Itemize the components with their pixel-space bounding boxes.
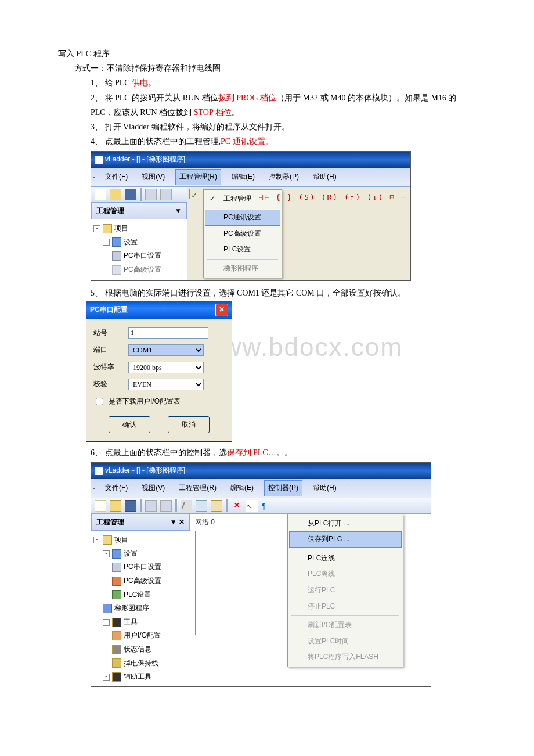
redo-icon[interactable] [160,189,172,200]
save-icon[interactable] [125,500,136,512]
aux-icon [112,672,121,682]
ok-button[interactable]: 确认 [109,416,150,434]
project-panel-header: 工程管理 ▼ [91,203,187,220]
menu-controller-2[interactable]: 控制器(P) [264,480,302,496]
tree-retain[interactable]: 掉电保持线 [112,657,187,671]
retain-icon [112,658,121,668]
tree-pc-advanced-2[interactable]: PC高级设置 [112,574,187,588]
tree-label: PLC设置 [124,589,151,602]
tree-tools[interactable]: -工具 [103,615,187,629]
window-control-icon[interactable] [93,177,95,178]
tree-project[interactable]: -项目 [93,222,185,236]
menu-edit[interactable]: 编辑(E) [228,170,258,185]
save-icon[interactable] [125,189,136,200]
menu-view[interactable]: 视图(V) [138,170,168,185]
menu-item-open-from-plc[interactable]: 从PLC打开 ... [289,516,402,532]
window-title: vLadder - [] - [梯形图程序] [105,153,185,166]
menu-file[interactable]: 文件(F) [102,170,131,185]
step-3: 3、 打开 Vladder 编程软件，将编好的程序从文件打开。 [91,120,476,134]
menu-item-ladder-prog[interactable]: 梯形图程序 [205,261,280,277]
menu-help-2[interactable]: 帮助(H) [309,481,340,496]
menu-item-plc-settings[interactable]: PLC设置 [205,242,280,258]
panel-title-2: 工程管理 [96,516,124,529]
cancel-button[interactable]: 取消 [168,416,210,434]
open-icon[interactable] [110,500,121,512]
insert-icon[interactable]: ¶ [261,500,273,512]
download-io-checkbox[interactable] [96,398,103,405]
menu-project[interactable]: 工程管理(R) [175,169,221,185]
baud-select[interactable]: 19200 bps [128,362,204,373]
window-titlebar-2: vLadder - [] - [梯形图程序] [91,463,431,479]
step4-b: PC 通讯设置 [221,137,265,146]
copy-icon[interactable] [196,500,207,512]
menu-item-set-time: 设置PLC时间 [289,633,402,650]
project-tree-2: -项目 -设置 PC串口设置 PC高级设置 PLC设置 梯形图程序 -工具 用户… [91,531,190,686]
label-station: 站号 [93,327,128,340]
watermark: www.bdocx.com [203,324,403,370]
tree-ladder[interactable]: 梯形图程序 [103,602,187,615]
tree-plc-settings[interactable]: PLC设置 [112,588,187,602]
separator [140,188,142,201]
menu-view-2[interactable]: 视图(V) [138,481,168,496]
new-icon[interactable] [95,500,106,512]
window-control-icon[interactable] [93,488,95,489]
port-select[interactable]: COM1 [128,344,204,356]
step-2: 2、 将 PLC 的拨码开关从 RUN 档位拨到 PROG 档位（用于 M32 … [91,91,476,120]
delete-icon[interactable]: ✕ [231,500,243,512]
app-icon [95,156,103,164]
expand-icon[interactable]: - [103,674,110,681]
tree-settings-2[interactable]: -设置 [103,547,187,561]
expand-icon[interactable]: - [93,537,100,543]
menu-item-save-to-plc[interactable]: 保存到PLC ... [289,531,402,548]
toolbar [91,187,187,203]
menu-item-pc-advanced[interactable]: PC高级设置 [205,226,280,242]
menu-file-2[interactable]: 文件(F) [102,481,131,496]
new-icon[interactable] [95,189,106,200]
label-parity: 校验 [93,378,128,391]
paste-icon[interactable] [211,500,222,512]
expand-icon[interactable]: - [103,619,110,626]
gear-icon [112,265,121,275]
tree-pc-serial[interactable]: PC串口设置 [112,249,185,263]
tree-project-2[interactable]: -项目 [93,533,187,547]
step-6: 6、 点最上面的状态栏中的控制器，选保存到 PLC…。。 [91,445,476,460]
tree-user-io[interactable]: 用户I/O配置 [112,629,187,643]
tree-label: 辅助工具 [124,671,151,683]
undo-icon[interactable] [145,500,157,512]
check-icon[interactable] [189,189,190,199]
undo-icon[interactable] [145,189,157,200]
tree-label: 梯形图程序 [114,602,149,615]
screenshot-controller-menu: vLadder - [] - [梯形图程序] 文件(F) 视图(V) 工程管理(… [91,462,431,686]
station-input[interactable] [128,327,208,339]
tree-settings[interactable]: -设置 [103,236,185,250]
menu-item-pc-comm[interactable]: PC通讯设置 [205,210,280,226]
open-icon[interactable] [110,189,121,200]
redo-icon[interactable] [160,500,172,512]
expand-icon[interactable]: - [103,550,110,557]
menu-item-plc-connect[interactable]: PLC连线 [289,550,402,567]
folder-icon [112,549,121,559]
menu-item-plc-offline: PLC离线 [289,566,402,582]
doc-icon [103,604,112,613]
tree-pc-advanced[interactable]: PC高级设置 [112,263,185,277]
menu-bar: 文件(F) 视图(V) 工程管理(R) 编辑(E) 控制器(P) 帮助(H) [91,168,410,187]
folder-icon [103,224,112,233]
cut-icon[interactable] [181,500,192,512]
menu-help[interactable]: 帮助(H) [309,170,340,185]
tree-status[interactable]: 状态信息 [112,643,187,657]
tree-aux-tools[interactable]: -辅助工具 [103,670,187,684]
tree-pc-serial-2[interactable]: PC串口设置 [112,560,187,574]
menu-controller[interactable]: 控制器(P) [265,170,302,185]
pointer-icon[interactable]: ↖ [246,500,258,512]
panel-dropdown-icon[interactable]: ▼ [175,205,182,218]
panel-controls[interactable]: ▼ ✕ [170,516,185,529]
step2-b: 拨到 PROG 档位 [218,93,276,102]
close-button[interactable]: ✕ [215,304,228,316]
ladder-toolbar-icons[interactable]: ⊣⊢ { } (S) (R) (↑) (↓) ⊟ ─ [259,190,407,204]
menu-project-2[interactable]: 工程管理(R) [175,481,220,496]
tree-project-label: 项目 [114,222,128,235]
parity-select[interactable]: EVEN [128,379,204,390]
expand-icon[interactable]: - [93,225,100,232]
menu-edit-2[interactable]: 编辑(E) [227,481,257,496]
expand-icon[interactable]: - [103,239,110,246]
